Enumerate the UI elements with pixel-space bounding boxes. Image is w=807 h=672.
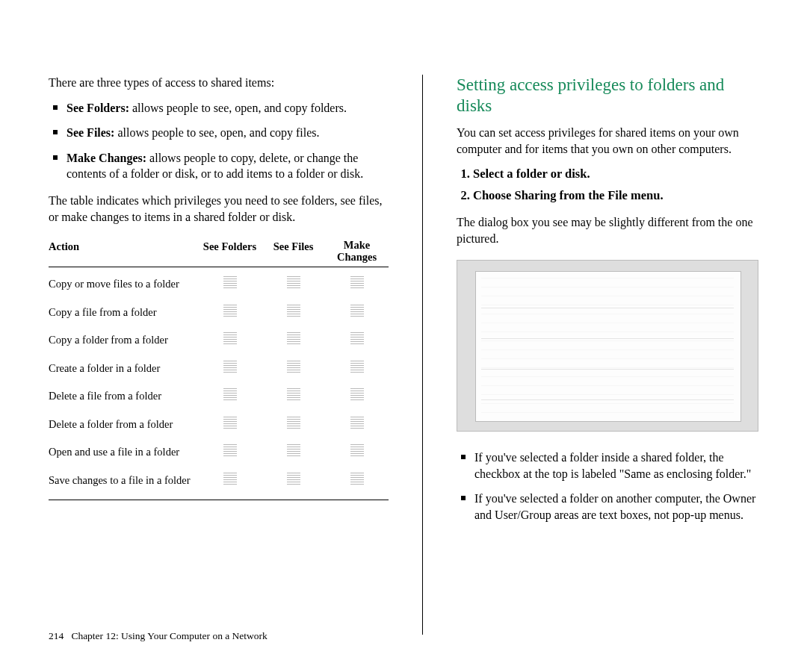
- cell-mark: [325, 443, 389, 462]
- section-heading: Setting access privileges to folders and…: [457, 75, 758, 116]
- cell-mark: [325, 275, 389, 294]
- cell-mark: [325, 415, 389, 435]
- after-steps-note: The dialog box you see may be slightly d…: [457, 214, 758, 246]
- check-icon: [287, 305, 300, 318]
- step-item: Choose Sharing from the File menu.: [473, 187, 758, 204]
- cell-mark: [262, 359, 325, 379]
- cell-mark: [198, 359, 262, 379]
- table-row: Save changes to a file in a folder: [49, 467, 389, 495]
- cell-mark: [262, 331, 325, 350]
- cell-mark: [325, 471, 389, 491]
- step-item: Select a folder or disk.: [473, 166, 758, 182]
- chapter-label: Chapter 12: Using Your Computer on a Net…: [71, 630, 267, 641]
- cell-mark: [325, 387, 389, 406]
- column-divider: [422, 75, 423, 635]
- check-icon: [350, 388, 364, 402]
- cell-mark: [198, 443, 262, 462]
- check-icon: [350, 444, 364, 458]
- check-icon: [350, 305, 364, 318]
- check-icon: [350, 417, 364, 430]
- check-icon: [223, 444, 237, 458]
- check-icon: [350, 473, 364, 486]
- cell-action: Delete a folder from a folder: [49, 417, 198, 432]
- header-see-folders: See Folders: [198, 240, 262, 264]
- term: See Folders:: [67, 102, 129, 114]
- check-icon: [223, 332, 237, 346]
- list-item: If you've selected a folder on another c…: [457, 491, 758, 523]
- cell-mark: [325, 331, 389, 350]
- table-body: Copy or move files to a folder Copy a fi…: [49, 270, 389, 500]
- list-item: See Files: allows people to see, open, a…: [49, 125, 389, 141]
- cell-mark: [325, 359, 389, 379]
- cell-mark: [198, 303, 262, 323]
- table-row: Copy a folder from a folder: [49, 326, 389, 355]
- table-intro: The table indicates which privileges you…: [49, 193, 389, 225]
- check-icon: [223, 276, 237, 290]
- cell-mark: [198, 387, 262, 406]
- cell-action: Copy a file from a folder: [49, 305, 198, 320]
- page-footer: 214 Chapter 12: Using Your Computer on a…: [49, 630, 268, 642]
- term: See Files:: [67, 126, 114, 139]
- check-icon: [223, 305, 237, 318]
- steps-list: Select a folder or disk. Choose Sharing …: [457, 166, 758, 204]
- check-icon: [287, 388, 300, 402]
- table-row: Copy or move files to a folder: [49, 270, 389, 299]
- check-icon: [223, 388, 237, 402]
- privileges-table: Action See Folders See Files Make Change…: [49, 240, 389, 500]
- term: Make Changes:: [67, 152, 146, 164]
- cell-mark: [198, 275, 262, 294]
- definition: allows people to see, open, and copy fil…: [114, 126, 319, 139]
- check-icon: [223, 361, 237, 374]
- notes-list: If you've selected a folder inside a sha…: [457, 449, 758, 523]
- cell-mark: [325, 303, 389, 323]
- check-icon: [287, 361, 300, 374]
- right-column: Setting access privileges to folders and…: [457, 75, 758, 672]
- table-row: Delete a folder from a folder: [49, 411, 389, 439]
- check-icon: [223, 417, 237, 430]
- cell-action: Create a folder in a folder: [49, 361, 198, 376]
- dialog-screenshot: [457, 260, 758, 432]
- cell-mark: [198, 331, 262, 350]
- check-icon: [287, 473, 300, 486]
- check-icon: [287, 276, 300, 290]
- cell-action: Delete a file from a folder: [49, 389, 198, 404]
- check-icon: [350, 361, 364, 374]
- access-types-list: See Folders: allows people to see, open,…: [49, 100, 389, 182]
- check-icon: [287, 444, 300, 458]
- check-icon: [287, 332, 300, 346]
- table-row: Open and use a file in a folder: [49, 438, 389, 467]
- check-icon: [350, 332, 364, 346]
- cell-mark: [262, 471, 325, 491]
- cell-action: Copy a folder from a folder: [49, 333, 198, 348]
- access-types-intro: There are three types of access to share…: [49, 75, 389, 91]
- cell-mark: [262, 387, 325, 406]
- cell-mark: [262, 303, 325, 323]
- list-item: If you've selected a folder inside a sha…: [457, 449, 758, 482]
- left-column: There are three types of access to share…: [49, 75, 389, 672]
- cell-action: Save changes to a file in a folder: [49, 473, 198, 488]
- cell-mark: [198, 415, 262, 435]
- section-intro: You can set access privileges for shared…: [457, 125, 758, 157]
- cell-mark: [262, 443, 325, 462]
- table-row: Create a folder in a folder: [49, 355, 389, 383]
- cell-mark: [262, 275, 325, 294]
- header-make-changes: Make Changes: [325, 240, 389, 264]
- check-icon: [287, 417, 300, 430]
- header-see-files: See Files: [262, 240, 325, 264]
- table-header-row: Action See Folders See Files Make Change…: [49, 240, 389, 267]
- table-row: Delete a file from a folder: [49, 382, 389, 411]
- definition: allows people to see, open, and copy fol…: [129, 102, 347, 114]
- cell-mark: [262, 415, 325, 435]
- page-number: 214: [49, 630, 64, 641]
- list-item: Make Changes: allows people to copy, del…: [49, 150, 389, 182]
- check-icon: [223, 473, 237, 486]
- cell-mark: [198, 471, 262, 491]
- check-icon: [350, 276, 364, 290]
- header-action: Action: [49, 240, 198, 264]
- cell-action: Open and use a file in a folder: [49, 445, 198, 460]
- list-item: See Folders: allows people to see, open,…: [49, 100, 389, 116]
- page-container: There are three types of access to share…: [0, 0, 807, 672]
- table-row: Copy a file from a folder: [49, 299, 389, 327]
- cell-action: Copy or move files to a folder: [49, 277, 198, 292]
